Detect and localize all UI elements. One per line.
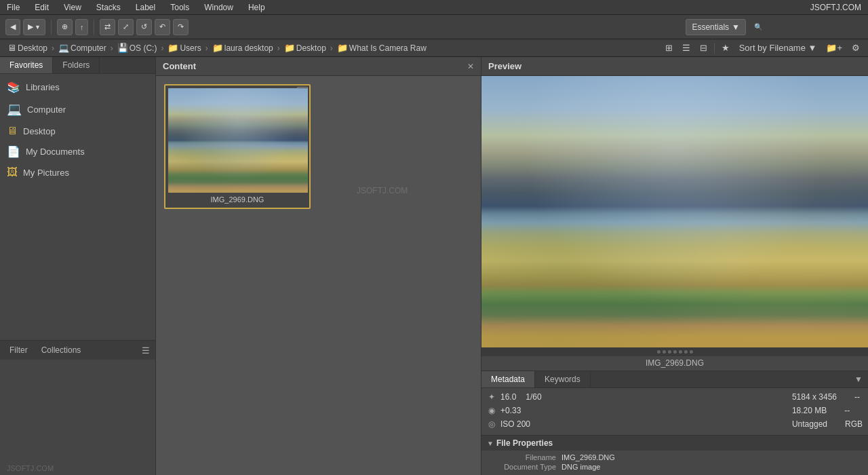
breadcrumb-right: ⊞ ☰ ⊟ ★ Sort by Filename ▼ 📁+ ⚙ <box>663 41 863 54</box>
file-properties-header[interactable]: ▼ File Properties <box>481 435 868 451</box>
sidebar-list: 📚 Libraries 💻 Computer 🖥 Desktop 📄 My Do… <box>0 74 155 340</box>
preview-header-label: Preview <box>488 61 521 71</box>
sidebar-item-libraries[interactable]: 📚 Libraries <box>0 77 155 98</box>
content-header-close[interactable]: ✕ <box>467 62 474 71</box>
breadcrumb-desktop[interactable]: 🖥 Desktop <box>5 42 50 54</box>
breadcrumb-arrow-4: › <box>205 43 208 53</box>
fp-row-filename: Filename IMG_2969.DNG <box>487 453 863 461</box>
folder-icon-4: 📁 <box>337 43 348 53</box>
iso-icon: ◎ <box>487 419 496 429</box>
breadcrumb-arrow-1: › <box>52 43 54 53</box>
content-header-label: Content <box>163 61 196 71</box>
up-button[interactable]: ↑ <box>75 19 89 35</box>
sidebar-computer-label: Computer <box>27 104 66 115</box>
sidebar-pictures-label: My Pictures <box>23 168 69 178</box>
rotate-ccw-button[interactable]: ↶ <box>155 19 170 35</box>
exposure-icon: ◉ <box>487 406 496 415</box>
sort-button[interactable]: Sort by Filename ▼ <box>736 41 820 54</box>
rotate-cw-button[interactable]: ↷ <box>173 19 189 35</box>
breadcrumb-arrow-3: › <box>161 43 163 53</box>
tab-filter[interactable]: Filter <box>5 344 32 356</box>
filter-button[interactable]: ★ <box>719 41 732 54</box>
essentials-label: Essentials <box>692 22 729 32</box>
breadcrumb-computer[interactable]: 💻 Computer <box>56 42 108 54</box>
sidebar-item-my-documents[interactable]: 📄 My Documents <box>0 141 155 162</box>
preview-dots <box>481 347 868 356</box>
metadata-content: ✦ 16.0 1/60 ◉ +0.33 ◎ ISO 200 51 <box>481 388 868 435</box>
toolbar: ◀ ▶ ▼ ⊕ ↑ ⇄ ⤢ ↺ ↶ ↷ Essentials ▼ 🔍 <box>0 15 868 39</box>
panel-settings-icon[interactable]: ☰ <box>142 345 150 356</box>
menu-tools[interactable]: Tools <box>167 1 192 14</box>
breadcrumb-users-label: Users <box>180 43 201 53</box>
breadcrumb-laura-label: laura desktop <box>224 43 273 53</box>
sidebar-item-computer[interactable]: 💻 Computer <box>0 98 155 121</box>
breadcrumb-desktop2-label: Desktop <box>296 43 326 53</box>
menu-file[interactable]: File <box>4 1 22 14</box>
meta-grid: ✦ 16.0 1/60 ◉ +0.33 ◎ ISO 200 51 <box>487 392 863 431</box>
content-header: Content ✕ <box>156 57 481 76</box>
breadcrumb-arrow-2: › <box>111 43 113 53</box>
preview-dot-1 <box>657 350 660 354</box>
content-panel: Content ✕ ↑ IMG_2969.DNG JSOFTJ.COM <box>156 57 481 475</box>
watermark-top-right: JSOFTJ.COM <box>808 1 864 14</box>
sidebar-libraries-label: Libraries <box>26 82 60 92</box>
sidebar-item-my-pictures[interactable]: 🖼 My Pictures <box>0 162 155 183</box>
preview-panel: Preview IMG_2969.DNG Metadata Keywords ▼ <box>481 57 868 475</box>
menu-help[interactable]: Help <box>245 1 268 14</box>
recent-button[interactable]: ⊕ <box>57 19 73 35</box>
folder-new-button[interactable]: 📁+ <box>823 41 845 54</box>
settings-button[interactable]: ⚙ <box>849 41 863 54</box>
menu-label[interactable]: Label <box>133 1 158 14</box>
desktop-sidebar-icon: 🖥 <box>7 125 18 137</box>
forward-button[interactable]: ▶ ▼ <box>23 19 45 35</box>
tab-metadata[interactable]: Metadata <box>481 371 535 387</box>
file-properties-content: Filename IMG_2969.DNG Document Type DNG … <box>481 451 868 475</box>
detail-view-button[interactable]: ⊟ <box>697 41 710 54</box>
preview-dot-7 <box>690 350 693 354</box>
watermark-bottom-left: JSOFTJ.COM <box>0 461 155 475</box>
tab-folders[interactable]: Folders <box>53 57 100 73</box>
menu-stacks[interactable]: Stacks <box>94 1 123 14</box>
dash1-value: -- <box>854 392 860 402</box>
dimensions-value: 5184 x 3456 <box>792 392 837 402</box>
switch-view-button[interactable]: ⇄ <box>100 19 115 35</box>
menu-edit[interactable]: Edit <box>32 1 52 14</box>
breadcrumb-arrow-5: › <box>277 43 280 53</box>
expand-button[interactable]: ⤢ <box>118 19 134 35</box>
meta-collapse-icon[interactable]: ▼ <box>849 375 868 384</box>
thumbnail-item[interactable]: ↑ IMG_2969.DNG <box>164 84 311 209</box>
list-view-button[interactable]: ☰ <box>679 41 693 54</box>
collections-content <box>0 360 155 461</box>
profile-value: Untagged <box>792 419 827 429</box>
menu-view[interactable]: View <box>61 1 84 14</box>
breadcrumb-desktop-label: Desktop <box>18 43 47 53</box>
breadcrumb-osc[interactable]: 💾 OS (C:) <box>115 42 159 54</box>
tab-favorites[interactable]: Favorites <box>0 57 53 73</box>
aperture-value: 16.0 <box>500 392 516 402</box>
back-button[interactable]: ◀ <box>5 19 20 35</box>
left-panel: Favorites Folders 📚 Libraries 💻 Computer… <box>0 57 156 475</box>
essentials-button[interactable]: Essentials ▼ <box>686 19 746 35</box>
preview-dot-4 <box>673 350 677 354</box>
dash2-value: -- <box>844 406 850 415</box>
menu-window[interactable]: Window <box>201 1 236 14</box>
breadcrumb-users[interactable]: 📁 Users <box>165 42 203 54</box>
content-watermark: JSOFTJ.COM <box>357 186 408 195</box>
fp-doctype-val: DNG image <box>561 463 600 471</box>
meta-row-exposure: ◉ +0.33 <box>487 406 542 415</box>
file-props-arrow-icon: ▼ <box>487 440 494 447</box>
tab-collections[interactable]: Collections <box>37 344 85 356</box>
thumbnail-label: IMG_2969.DNG <box>168 193 307 205</box>
folder-icon-1: 📁 <box>167 43 178 53</box>
toolbar-right: Essentials ▼ 🔍 <box>686 19 863 35</box>
libraries-icon: 📚 <box>7 81 20 94</box>
file-properties-label: File Properties <box>496 438 553 448</box>
tab-keywords[interactable]: Keywords <box>535 371 591 387</box>
grid-view-button[interactable]: ⊞ <box>663 41 675 54</box>
breadcrumb-laura[interactable]: 📁 laura desktop <box>210 42 275 54</box>
boomerang-button[interactable]: ↺ <box>136 19 152 35</box>
breadcrumb-desktop2[interactable]: 📁 Desktop <box>282 42 328 54</box>
sidebar-item-desktop[interactable]: 🖥 Desktop <box>0 121 155 141</box>
breadcrumb-camera-raw[interactable]: 📁 What Is Camera Raw <box>335 42 429 54</box>
search-input[interactable] <box>750 20 863 35</box>
